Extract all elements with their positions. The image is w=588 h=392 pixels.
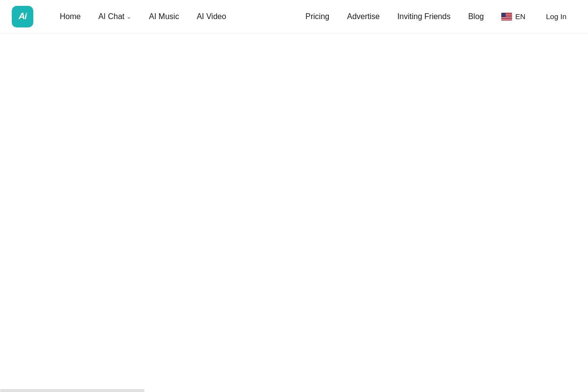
svg-rect-7 <box>501 18 512 19</box>
login-button[interactable]: Log In <box>536 8 576 25</box>
nav-item-blog[interactable]: Blog <box>461 8 490 25</box>
nav-item-home[interactable]: Home <box>53 8 88 25</box>
right-navigation: Pricing Advertise Inviting Friends Blog <box>298 8 576 25</box>
left-navigation: Home AI Chat ⌄ AI Music AI Video <box>53 8 298 25</box>
nav-item-ai-music[interactable]: AI Music <box>142 8 186 25</box>
svg-rect-6 <box>501 17 512 18</box>
logo-icon: Ai <box>12 6 33 27</box>
language-selector[interactable]: EN <box>494 8 532 24</box>
nav-item-ai-chat[interactable]: AI Chat ⌄ <box>92 8 138 25</box>
nav-item-ai-video[interactable]: AI Video <box>190 8 233 25</box>
nav-item-pricing[interactable]: Pricing <box>298 8 336 25</box>
svg-rect-9 <box>501 20 512 20</box>
language-flag-icon <box>501 13 512 21</box>
logo[interactable]: Ai <box>12 6 33 27</box>
main-header: Ai Home AI Chat ⌄ AI Music AI Video Pric… <box>0 0 588 33</box>
svg-rect-8 <box>501 19 512 20</box>
bottom-scrollbar[interactable] <box>0 389 145 392</box>
main-content <box>0 33 588 392</box>
nav-item-advertise[interactable]: Advertise <box>340 8 387 25</box>
nav-item-inviting-friends[interactable]: Inviting Friends <box>391 8 458 25</box>
chevron-down-icon: ⌄ <box>126 13 131 20</box>
svg-rect-10 <box>501 13 506 17</box>
